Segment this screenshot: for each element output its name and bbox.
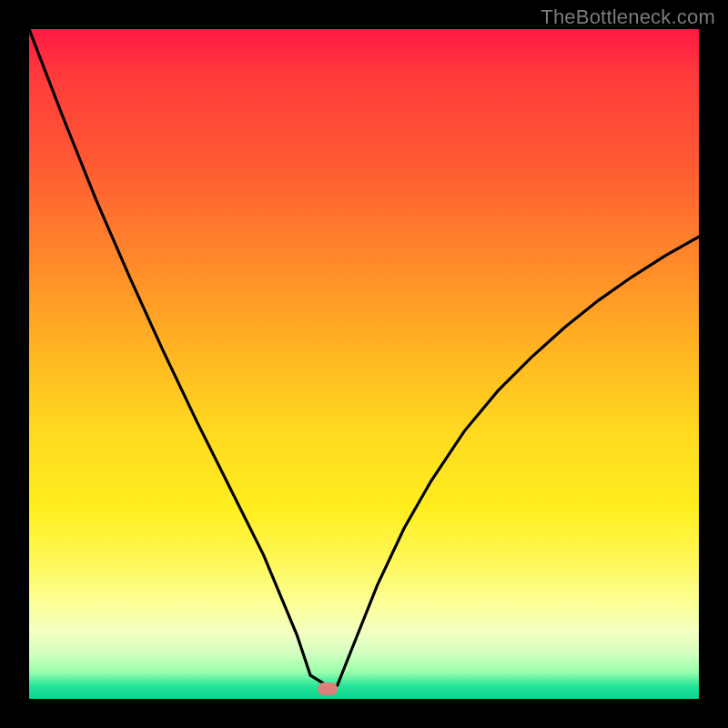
left-curve-path bbox=[29, 29, 328, 685]
watermark-text: TheBottleneck.com bbox=[541, 5, 715, 29]
curve-svg bbox=[29, 29, 699, 699]
chart-frame: TheBottleneck.com bbox=[0, 0, 728, 728]
bottleneck-marker bbox=[318, 682, 338, 695]
right-curve-path bbox=[338, 237, 699, 685]
plot-area bbox=[29, 29, 699, 699]
